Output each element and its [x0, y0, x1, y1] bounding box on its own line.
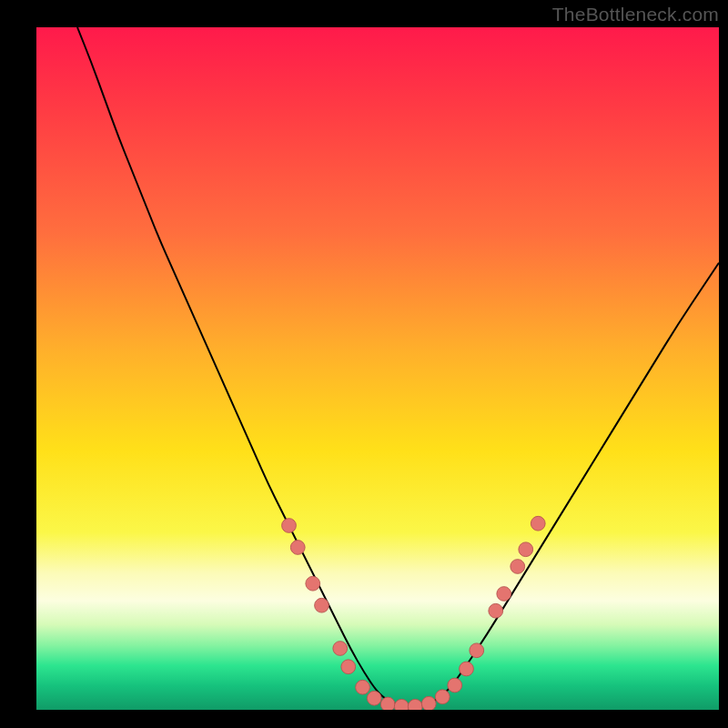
chart-frame: TheBottleneck.com	[0, 0, 728, 728]
gradient-background	[36, 27, 719, 710]
watermark-label: TheBottleneck.com	[552, 4, 719, 25]
svg-rect-0	[36, 27, 719, 710]
plot-area	[36, 27, 719, 710]
